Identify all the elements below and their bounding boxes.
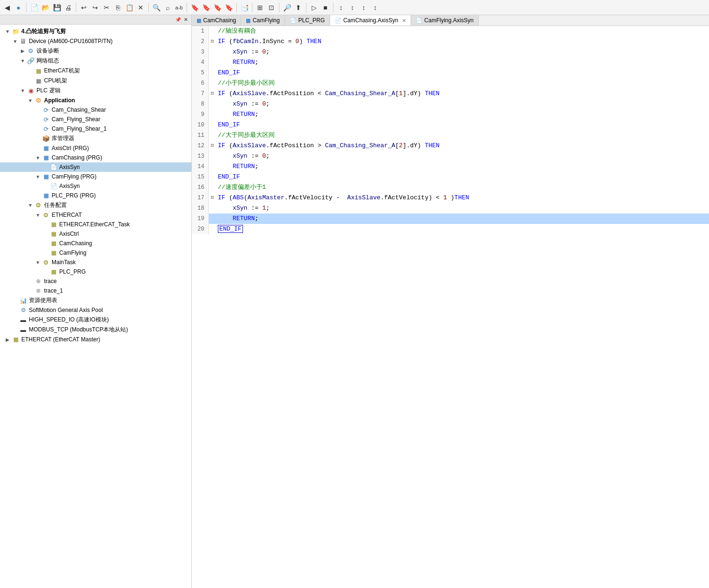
- tree-item-28[interactable]: ⊕ trace_1: [0, 286, 191, 295]
- tree-item-13[interactable]: ▦ AxisCtrl (PRG): [0, 143, 191, 153]
- expand-icon-20[interactable]: ▼: [34, 213, 42, 218]
- expand-icon-14[interactable]: ▼: [34, 155, 42, 160]
- code-content-13[interactable]: xSyn := 0;: [216, 151, 709, 161]
- new-btn[interactable]: 📄: [29, 2, 39, 13]
- code-content-8[interactable]: xSyn := 0;: [216, 99, 709, 109]
- code-content-7[interactable]: IF (AxisSlave.fActPosition < Cam_Chasing…: [216, 89, 709, 99]
- grid2-btn[interactable]: ⊡: [266, 2, 277, 13]
- redo-btn[interactable]: ↪: [90, 2, 100, 13]
- tab-camchasing_axissyn[interactable]: 📄CamChasing.AxisSyn✕: [330, 15, 411, 26]
- bookmark-btn[interactable]: 🔖: [189, 2, 200, 13]
- cut-btn[interactable]: ✂: [101, 2, 112, 13]
- print-btn[interactable]: 🖨: [63, 2, 73, 13]
- expand-icon-4[interactable]: ▼: [19, 58, 27, 63]
- tree-item-31[interactable]: ▬ HIGH_SPEED_IO (高速IO模块): [0, 315, 191, 325]
- code-content-12[interactable]: IF (AxisSlave.fActPosition > Cam_Chasing…: [216, 141, 709, 151]
- step2-btn[interactable]: ↕: [347, 2, 358, 13]
- step3-btn[interactable]: ↕: [359, 2, 369, 13]
- tree-item-3[interactable]: ▶ ⚙ 设备诊断: [0, 46, 191, 56]
- collapse-btn-2[interactable]: ⊟: [208, 36, 216, 47]
- tree-item-30[interactable]: ⚙ SoftMotion General Axis Pool: [0, 305, 191, 315]
- tree-item-12[interactable]: 📦 库管理器: [0, 134, 191, 143]
- ab-btn[interactable]: a-b: [174, 2, 184, 13]
- tree-item-8[interactable]: ▼ ⚙ Application: [0, 96, 191, 105]
- tree-item-10[interactable]: ⟳ Cam_Flying_Shear: [0, 115, 191, 124]
- expand-icon-7[interactable]: ▼: [19, 88, 27, 93]
- find-btn[interactable]: 🔍: [151, 2, 162, 13]
- collapse-btn-7[interactable]: ⊟: [208, 89, 216, 99]
- tree-item-17[interactable]: 📄 AxisSyn: [0, 181, 191, 191]
- zoom-btn[interactable]: 🔎: [282, 2, 292, 13]
- tree-item-15[interactable]: 📄 AxisSyn: [0, 162, 191, 172]
- tree-item-20[interactable]: ▼ ⚙ ETHERCAT: [0, 210, 191, 220]
- expand-icon-33[interactable]: ▶: [4, 337, 11, 342]
- tab-plcprg[interactable]: 📄PLC_PRG: [285, 15, 330, 26]
- tree-container[interactable]: ▼ 📁 4.凸轮追剪与飞剪 ▼ 🖥 Device (AM600-CPU1608T…: [0, 25, 191, 588]
- expand-icon-3[interactable]: ▶: [19, 48, 27, 53]
- tab-close-camchasing_axissyn[interactable]: ✕: [402, 18, 406, 23]
- expand-icon-16[interactable]: ▼: [34, 174, 42, 179]
- code-editor[interactable]: 1//轴没有耦合2⊟IF (fbCamIn.InSync = 0) THEN3 …: [192, 26, 709, 588]
- tab-camchasing[interactable]: ▦CamChasing: [192, 15, 241, 26]
- code-content-18[interactable]: xSyn := 1;: [216, 203, 709, 214]
- expand-icon-25[interactable]: ▼: [34, 260, 42, 265]
- collapse-btn-12[interactable]: ⊟: [208, 141, 216, 151]
- open-btn[interactable]: 📂: [40, 2, 51, 13]
- bookmark4-btn[interactable]: 🔖: [224, 2, 234, 13]
- code-content-10[interactable]: END_IF: [216, 120, 709, 130]
- stop-btn[interactable]: ■: [320, 2, 331, 13]
- bookmark3-btn[interactable]: 🔖: [212, 2, 223, 13]
- tree-item-25[interactable]: ▼ ⚙ MainTask: [0, 258, 191, 267]
- tree-item-33[interactable]: ▶ ▦ ETHERCAT (EtherCAT Master): [0, 335, 191, 344]
- code-content-9[interactable]: RETURN;: [216, 109, 709, 120]
- undo-btn[interactable]: ↩: [79, 2, 89, 13]
- save-btn[interactable]: 💾: [52, 2, 62, 13]
- tree-item-2[interactable]: ▼ 🖥 Device (AM600-CPU1608TP/TN): [0, 36, 191, 46]
- code-content-2[interactable]: IF (fbCamIn.InSync = 0) THEN: [216, 36, 709, 47]
- bookmark2-btn[interactable]: 🔖: [201, 2, 211, 13]
- tree-item-6[interactable]: ▦ CPU机架: [0, 76, 191, 86]
- tree-item-5[interactable]: ▦ EtherCAT机架: [0, 66, 191, 76]
- tree-item-11[interactable]: ⟳ Cam_Flying_Shear_1: [0, 124, 191, 134]
- tree-item-32[interactable]: ▬ MODBUS_TCP (ModbusTCP本地从站): [0, 325, 191, 335]
- export-btn[interactable]: ⬆: [293, 2, 304, 13]
- expand-icon-8[interactable]: ▼: [27, 98, 34, 103]
- tree-item-16[interactable]: ▼ ▦ CamFlying (PRG): [0, 172, 191, 181]
- panel-close-btn[interactable]: ✕: [183, 17, 188, 23]
- tree-item-26[interactable]: ▦ PLC_PRG: [0, 267, 191, 276]
- code-content-3[interactable]: xSyn := 0;: [216, 47, 709, 57]
- code-content-14[interactable]: RETURN;: [216, 161, 709, 172]
- tree-item-9[interactable]: ⟳ Cam_Chasing_Shear: [0, 105, 191, 115]
- find2-btn[interactable]: ⌕: [162, 2, 173, 13]
- tree-item-27[interactable]: ⊕ trace: [0, 276, 191, 286]
- debug-btn[interactable]: ▷: [309, 2, 319, 13]
- back-btn[interactable]: ◀: [2, 2, 12, 13]
- paste-btn[interactable]: 📋: [124, 2, 135, 13]
- delete-btn[interactable]: ✕: [135, 2, 146, 13]
- code-content-4[interactable]: RETURN;: [216, 57, 709, 68]
- tree-item-21[interactable]: ▦ ETHERCAT.EtherCAT_Task: [0, 220, 191, 229]
- code-content-6[interactable]: //小于同步最小区间: [216, 78, 709, 89]
- tab-camflying_axissyn[interactable]: 📄CamFlying.AxisSyn: [411, 15, 479, 26]
- tree-item-24[interactable]: ▦ CamFlying: [0, 248, 191, 258]
- copy2-btn[interactable]: 📑: [239, 2, 250, 13]
- expand-icon-2[interactable]: ▼: [11, 39, 19, 44]
- code-content-5[interactable]: END_IF: [216, 68, 709, 78]
- tree-item-1[interactable]: ▼ 📁 4.凸轮追剪与飞剪: [0, 27, 191, 36]
- step4-btn[interactable]: ↕: [370, 2, 380, 13]
- code-content-11[interactable]: //大于同步最大区间: [216, 130, 709, 141]
- tree-item-4[interactable]: ▼ 🔗 网络组态: [0, 56, 191, 66]
- tree-item-18[interactable]: ▦ PLC_PRG (PRG): [0, 191, 191, 200]
- grid-btn[interactable]: ⊞: [255, 2, 265, 13]
- tree-item-7[interactable]: ▼ ◉ PLC 逻辑: [0, 86, 191, 96]
- tree-item-29[interactable]: 📊 资源使用表: [0, 295, 191, 305]
- expand-icon-19[interactable]: ▼: [27, 203, 34, 208]
- tab-camflying[interactable]: ▦CamFlying: [241, 15, 285, 26]
- step-btn[interactable]: ↕: [336, 2, 346, 13]
- code-content-20[interactable]: END_IF: [216, 224, 709, 234]
- code-content-1[interactable]: //轴没有耦合: [216, 26, 709, 36]
- tree-item-23[interactable]: ▦ CamChasing: [0, 239, 191, 248]
- forward-btn[interactable]: ●: [13, 2, 24, 13]
- tree-item-14[interactable]: ▼ ▦ CamChasing (PRG): [0, 153, 191, 162]
- tree-item-19[interactable]: ▼ ⚙ 任务配置: [0, 200, 191, 210]
